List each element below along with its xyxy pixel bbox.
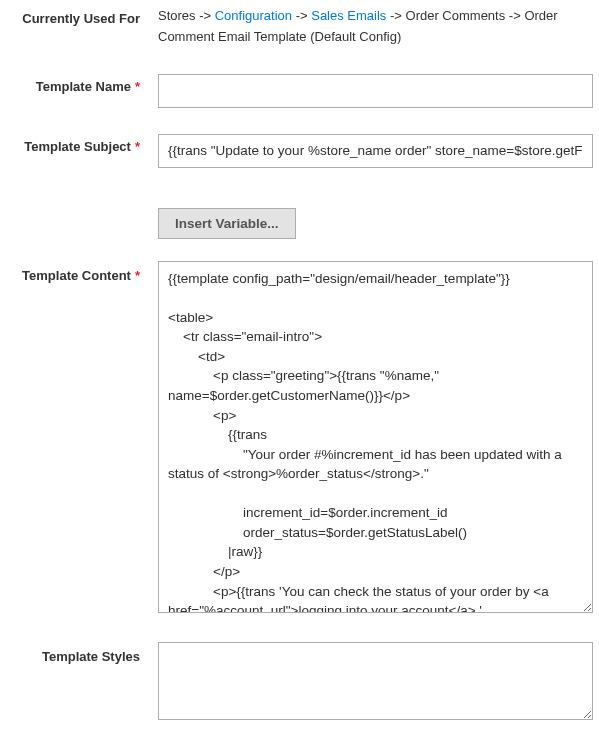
- template-subject-label-text: Template Subject: [24, 139, 131, 154]
- template-subject-label: Template Subject*: [6, 134, 158, 154]
- currently-used-for-row: Currently Used For Stores -> Configurati…: [6, 6, 593, 48]
- template-name-label: Template Name*: [6, 74, 158, 94]
- crumb-sales-emails-link[interactable]: Sales Emails: [311, 8, 386, 23]
- required-mark: *: [135, 79, 140, 94]
- template-subject-input[interactable]: [158, 134, 593, 168]
- currently-used-for-label: Currently Used For: [6, 6, 158, 26]
- template-name-label-text: Template Name: [36, 79, 131, 94]
- required-mark: *: [135, 139, 140, 154]
- insert-variable-button[interactable]: Insert Variable...: [158, 208, 296, 239]
- crumb-configuration-link[interactable]: Configuration: [215, 8, 292, 23]
- template-subject-row: Template Subject*: [6, 134, 593, 168]
- template-name-input[interactable]: [158, 74, 593, 108]
- required-mark: *: [135, 268, 140, 283]
- template-name-row: Template Name*: [6, 74, 593, 108]
- template-styles-row: Template Styles: [6, 642, 593, 723]
- template-content-label-text: Template Content: [22, 268, 131, 283]
- template-styles-textarea[interactable]: [158, 642, 593, 720]
- insert-variable-row: Insert Variable...: [6, 208, 593, 239]
- template-content-label: Template Content*: [6, 261, 158, 283]
- currently-used-for-breadcrumb: Stores -> Configuration -> Sales Emails …: [158, 6, 593, 48]
- template-content-row: Template Content*: [6, 261, 593, 616]
- template-content-textarea[interactable]: [158, 261, 593, 613]
- crumb-order-comments: Order Comments: [406, 8, 506, 23]
- crumb-stores: Stores: [158, 8, 196, 23]
- template-styles-label: Template Styles: [6, 642, 158, 664]
